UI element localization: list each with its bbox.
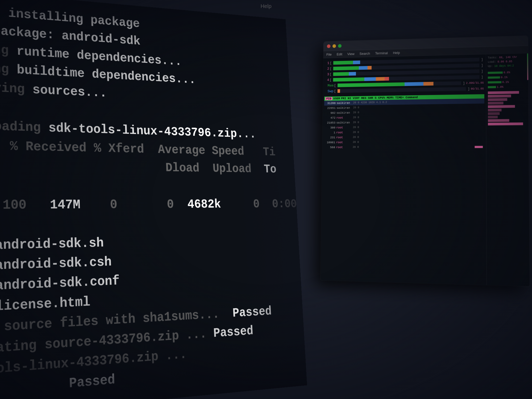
proc-accent-5 bbox=[488, 105, 515, 108]
mini-bar-val-4: 1.0% bbox=[497, 85, 504, 88]
proc-10981-user: root bbox=[336, 141, 353, 144]
proc-accent-8 bbox=[488, 116, 497, 118]
menu-view[interactable]: View bbox=[347, 52, 355, 56]
mem-bracket-open: [ bbox=[334, 84, 336, 88]
minimize-button[interactable] bbox=[332, 44, 336, 48]
foreground-terminal: File Edit View Search Terminal Help 1 [ … bbox=[321, 36, 530, 286]
mini-bar-fill-2 bbox=[488, 76, 500, 79]
swp-value: 0G/31.0G bbox=[471, 87, 484, 90]
background-terminal: installing package package: android-sdk … bbox=[0, 0, 307, 399]
proc-902-pid: 902 bbox=[325, 111, 336, 114]
mini-bar-1: 0.0% bbox=[488, 70, 527, 75]
menu-file[interactable]: File bbox=[326, 52, 332, 56]
mem-value: 2.89G/31.0G bbox=[466, 81, 484, 85]
proc-22651-user: saikiran bbox=[336, 106, 353, 109]
swp-bracket-open: [ bbox=[334, 89, 336, 93]
proc-1-pid: 1 bbox=[325, 131, 336, 134]
mem-label: Mem bbox=[325, 84, 334, 88]
mini-bar-val-1: 0.0% bbox=[504, 71, 510, 74]
cpu4-bracket-close: ] bbox=[481, 75, 483, 79]
proc-568-bar bbox=[475, 146, 483, 148]
proc-accent-9 bbox=[488, 119, 509, 122]
mini-bar-4: 1.0% bbox=[488, 84, 527, 89]
cpu3-label: 3 bbox=[325, 72, 329, 76]
proc-10981-nums: 20 0 bbox=[353, 140, 483, 144]
proc-1-user: root bbox=[336, 131, 353, 134]
proc-accent-6 bbox=[488, 109, 501, 112]
proc-21853-nums: 20 0 bbox=[353, 120, 483, 124]
proc-231-pid: 231 bbox=[325, 136, 336, 139]
proc-accent-3 bbox=[488, 98, 507, 101]
col-pid: PID bbox=[325, 97, 332, 100]
proc-31208-user: saikiran bbox=[336, 101, 353, 105]
proc-1-nums: 20 0 bbox=[353, 130, 483, 134]
mini-bar-val-3: 0.1% bbox=[502, 81, 509, 84]
maximize-button[interactable] bbox=[338, 44, 342, 48]
tasks-value: 68, 140 thr bbox=[499, 56, 517, 59]
htop-content: 1 [ ] 2 [ ] 3 [ bbox=[321, 54, 487, 285]
menu-edit[interactable]: Edit bbox=[336, 52, 342, 56]
swp-label: Swp bbox=[325, 89, 333, 93]
bg-terminal-text: installing package package: android-sdk … bbox=[0, 3, 300, 399]
proc-bar-accents bbox=[488, 91, 527, 126]
proc-568-user: root bbox=[336, 146, 353, 149]
load-value: 0.06 0.05 bbox=[497, 60, 512, 63]
menu-terminal[interactable]: Terminal bbox=[375, 51, 388, 55]
menu-search[interactable]: Search bbox=[360, 52, 370, 56]
mem-bracket-close: ] bbox=[463, 81, 465, 85]
proc-accent-7 bbox=[488, 112, 500, 115]
proc-231-nums: 20 0 bbox=[353, 135, 483, 139]
mini-bar-fill-4 bbox=[488, 86, 496, 88]
proc-row-10981: 10981 root 20 0 bbox=[324, 139, 484, 145]
mini-bar-fill-1 bbox=[488, 72, 503, 74]
menu-help[interactable]: Help bbox=[393, 51, 400, 55]
proc-568-nums: 20 0 bbox=[353, 145, 475, 148]
swp-bar bbox=[338, 87, 466, 93]
proc-22651-nums: 20 0 bbox=[353, 105, 483, 109]
proc-902-user: saikiran bbox=[336, 111, 353, 114]
col-user: USER bbox=[333, 97, 340, 100]
proc-31208-nums: 20 0 4238 1028 4.1 0.2 bbox=[353, 99, 483, 104]
proc-902-nums: 20 0 bbox=[353, 110, 483, 114]
proc-21853-pid: 21853 bbox=[325, 121, 336, 124]
cpu1-bracket-close: ] bbox=[481, 57, 483, 61]
cpu4-bracket-open: [ bbox=[330, 78, 332, 82]
proc-472-pid: 472 bbox=[325, 116, 336, 119]
cpu2-bracket-open: [ bbox=[330, 67, 332, 71]
mini-bar-val-2: 0.1% bbox=[501, 76, 508, 79]
cpu1-label: 1 bbox=[325, 61, 329, 65]
proc-472-nums: 20 0 bbox=[353, 115, 483, 119]
close-button[interactable] bbox=[327, 44, 330, 48]
scrollbar-accent bbox=[527, 53, 528, 80]
proc-accent-4 bbox=[488, 102, 503, 105]
proc-21853-user: saikiran bbox=[336, 121, 353, 124]
cpu1-bracket-open: [ bbox=[330, 61, 332, 65]
proc-380-user: root bbox=[336, 126, 353, 129]
proc-accent-10 bbox=[488, 122, 523, 125]
proc-472-user: root bbox=[336, 116, 353, 119]
mini-bar-fill-3 bbox=[488, 81, 501, 84]
mini-bar-2: 0.1% bbox=[488, 75, 527, 80]
cpu2-label: 2 bbox=[325, 67, 329, 71]
stat-uptime: Up: 10 days 04:2 bbox=[488, 64, 527, 69]
proc-380-nums: 20 0 bbox=[353, 125, 483, 129]
swp-bracket-close: ] bbox=[468, 87, 470, 91]
terminal-content-area: 1 [ ] 2 [ ] 3 [ bbox=[321, 53, 530, 286]
proc-22651-pid: 22651 bbox=[325, 106, 336, 110]
cpu3-bracket-close: ] bbox=[481, 69, 483, 73]
proc-568-pid: 568 bbox=[325, 146, 336, 149]
proc-31208-pid: 31208 bbox=[325, 101, 337, 105]
cpu3-bracket-open: [ bbox=[330, 72, 332, 76]
proc-accent-2 bbox=[488, 95, 511, 98]
mini-bar-3: 0.1% bbox=[488, 80, 527, 85]
proc-accent-1 bbox=[488, 91, 519, 94]
proc-row-568: 568 root 20 0 bbox=[324, 144, 484, 150]
proc-231-user: root bbox=[336, 136, 353, 139]
mini-process-bars: 0.0% 0.1% 0.1% 1.0% bbox=[488, 70, 527, 90]
cpu2-bracket-close: ] bbox=[481, 63, 483, 67]
proc-10981-pid: 10981 bbox=[325, 141, 336, 144]
uptime-value: 10 days 04:2 bbox=[494, 64, 514, 68]
cpu4-label: 4 bbox=[325, 78, 329, 82]
proc-380-pid: 380 bbox=[325, 126, 336, 129]
help-menu-label: Help bbox=[260, 3, 271, 9]
